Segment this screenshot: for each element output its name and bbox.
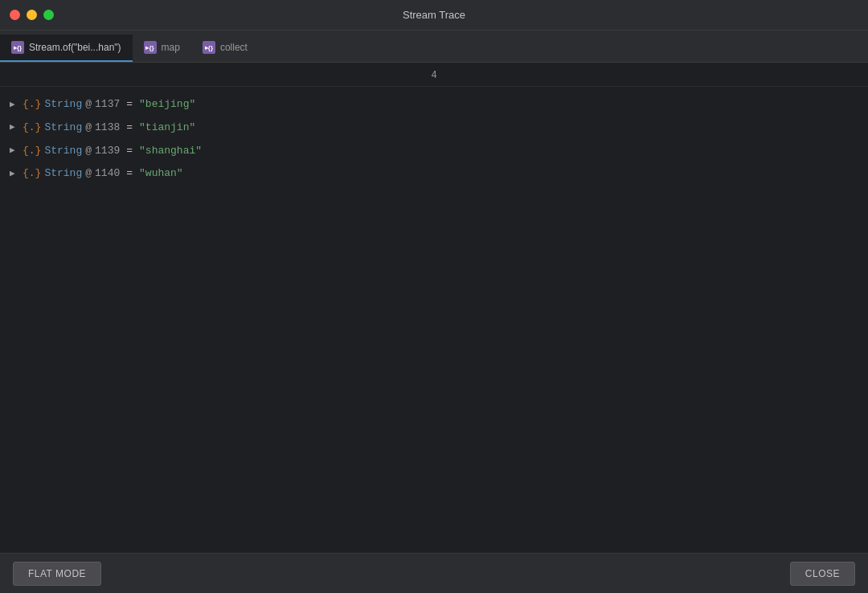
collect-tab-label: collect [220,42,248,53]
window-controls [10,10,54,20]
equals-3: = [126,166,133,182]
equals-2: = [126,143,133,160]
type-name-2: String [44,143,82,160]
expand-arrow-2[interactable]: ▶ [10,144,19,158]
minimize-window-button[interactable] [27,10,37,20]
column-header: 4 [0,63,868,87]
tab-stream[interactable]: ▸{} Stream.of("bei...han") [0,35,133,62]
column-number: 4 [432,69,437,80]
string-value-1: "tianjin" [139,120,195,137]
maximize-window-button[interactable] [43,10,54,20]
at-sign-1: @ [85,120,92,137]
type-name-0: String [44,96,82,113]
tab-collect[interactable]: ▸{} collect [191,35,259,62]
stream-tab-icon: ▸{} [11,41,24,54]
string-value-0: "beijing" [139,96,195,113]
object-icon-1: {.} [23,120,41,137]
hash-id-1: 1138 [95,120,120,137]
map-tab-icon: ▸{} [144,41,157,54]
hash-id-2: 1139 [95,143,120,160]
collect-tab-icon: ▸{} [203,41,215,54]
flat-mode-button[interactable]: FLAT MODE [13,562,101,586]
object-icon-2: {.} [23,143,41,160]
equals-1: = [126,120,133,137]
close-button[interactable]: CLOSE [790,562,855,586]
trace-row-0: ▶ {.} String@1137 = "beijing" [0,93,868,117]
equals-0: = [126,96,133,113]
at-sign-0: @ [85,96,92,113]
title-bar: Stream Trace [0,0,868,31]
string-value-2: "shanghai" [139,143,202,160]
type-name-1: String [44,120,82,137]
map-tab-label: map [162,42,180,53]
content-area: ▶ {.} String@1137 = "beijing" ▶ {.} Stri… [0,87,868,553]
window-title: Stream Trace [403,9,465,21]
close-window-button[interactable] [10,10,20,20]
expand-arrow-3[interactable]: ▶ [10,167,19,182]
object-icon-3: {.} [23,166,41,182]
trace-row-3: ▶ {.} String@1140 = "wuhan" [0,162,868,186]
tab-map[interactable]: ▸{} map [133,35,191,62]
expand-arrow-1[interactable]: ▶ [10,121,19,135]
bottom-bar: FLAT MODE CLOSE [0,553,868,593]
trace-row-2: ▶ {.} String@1139 = "shanghai" [0,140,868,163]
trace-row-1: ▶ {.} String@1138 = "tianjin" [0,117,868,140]
hash-id-0: 1137 [95,96,120,113]
at-sign-2: @ [85,143,92,160]
type-name-3: String [44,166,82,182]
hash-id-3: 1140 [95,166,120,182]
expand-arrow-0[interactable]: ▶ [10,98,19,112]
object-icon-0: {.} [23,96,41,113]
string-value-3: "wuhan" [139,166,183,182]
at-sign-3: @ [85,166,92,182]
tab-bar: ▸{} Stream.of("bei...han") ▸{} map ▸{} c… [0,31,868,63]
stream-tab-label: Stream.of("bei...han") [29,42,121,53]
